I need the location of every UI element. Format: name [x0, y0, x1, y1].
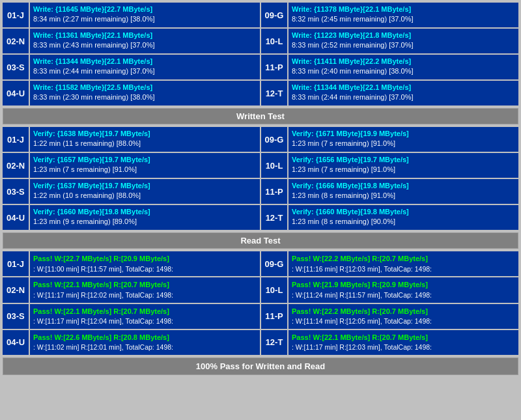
read-row: 03-S Pass! W:[22.1 MByte/s] R:[20.7 MByt…: [3, 304, 518, 329]
cell-right: Write: {11378 MByte}[22.1 MByte/s] 8:32 …: [289, 3, 518, 27]
device-label-right: 12-T: [261, 81, 287, 105]
cell-right-line1: Write: {11223 MByte}[21.8 MByte/s]: [292, 31, 515, 40]
verify-row: 02-N Verify: {1657 MByte}[19.7 MByte/s] …: [3, 153, 518, 178]
footer-bar: 100% Pass for Written and Read: [3, 357, 518, 375]
device-label-right: 11-P: [261, 55, 287, 79]
write-row: 04-U Write: {11582 MByte}[22.5 MByte/s] …: [3, 81, 518, 105]
cell-left-line2: 8:33 min (2:43 min remaining) [37.0%]: [33, 40, 257, 50]
device-label-right: 11-P: [261, 304, 287, 329]
pass-sub-right: : W:[11:16 min] R:[12:03 min], TotalCap:…: [292, 264, 515, 275]
cell-right-line2: 1:23 min (7 s remaining) [91.0%]: [292, 139, 515, 148]
pass-sub-left: : W:[11:00 min] R:[11:57 min], TotalCap:…: [33, 264, 257, 275]
device-label-right: 12-T: [261, 205, 287, 230]
pass-cell-left: Pass! W:[22.1 MByte/s] R:[20.7 MByte/s] …: [30, 304, 260, 329]
write-row: 02-N Write: {11361 MByte}[22.1 MByte/s] …: [3, 29, 518, 53]
pass-cell-left: Pass! W:[22.1 MByte/s] R:[20.7 MByte/s] …: [30, 277, 260, 302]
device-label-right: 09-G: [261, 251, 287, 276]
device-label-left: 02-N: [3, 153, 29, 178]
read-row: 01-J Pass! W:[22.7 MByte/s] R:[20.9 MByt…: [3, 251, 518, 276]
cell-left: Write: {11344 MByte}[22.1 MByte/s] 8:33 …: [30, 55, 260, 79]
device-label-left: 04-U: [3, 205, 29, 230]
write-row: 03-S Write: {11344 MByte}[22.1 MByte/s] …: [3, 55, 518, 79]
pass-sub-right: : W:[11:17 min] R:[12:03 min], TotalCap:…: [292, 343, 515, 353]
cell-left-line1: Verify: {1660 MByte}[19.8 MByte/s]: [33, 207, 257, 217]
device-label-left: 03-S: [3, 55, 29, 79]
device-label-left: 04-U: [3, 330, 29, 355]
verify-rows: 01-J Verify: {1638 MByte}[19.7 MByte/s] …: [3, 127, 518, 230]
cell-left-line1: Verify: {1657 MByte}[19.7 MByte/s]: [33, 155, 257, 165]
device-label-left: 04-U: [3, 81, 29, 105]
pass-cell-left: Pass! W:[22.7 MByte/s] R:[20.9 MByte/s] …: [30, 251, 260, 276]
device-label-right: 10-L: [261, 29, 287, 53]
cell-right-line1: Verify: {1656 MByte}[19.7 MByte/s]: [292, 155, 515, 165]
pass-sub-right: : W:[11:14 min] R:[12:05 min], TotalCap:…: [292, 316, 515, 327]
device-label-left: 02-N: [3, 277, 29, 302]
cell-left-line2: 1:22 min (10 s remaining) [88.0%]: [33, 191, 257, 201]
device-label-left: 03-S: [3, 304, 29, 329]
cell-right: Write: {11411 MByte}[22.2 MByte/s] 8:33 …: [289, 55, 518, 79]
device-label-right: 10-L: [261, 277, 287, 302]
cell-right-line2: 1:23 min (7 s remaining) [91.0%]: [292, 165, 515, 175]
verify-row: 04-U Verify: {1660 MByte}[19.8 MByte/s] …: [3, 205, 518, 230]
device-label-right: 12-T: [261, 330, 287, 355]
pass-text-left: Pass! W:[22.7 MByte/s] R:[20.9 MByte/s]: [33, 253, 257, 264]
pass-text-left: Pass! W:[22.1 MByte/s] R:[20.7 MByte/s]: [33, 279, 257, 290]
device-label-left: 03-S: [3, 179, 29, 204]
device-label-right: 10-L: [261, 153, 287, 178]
cell-left-line1: Write: {11344 MByte}[22.1 MByte/s]: [33, 57, 257, 66]
cell-left-line2: 8:34 min (2:27 min remaining) [38.0%]: [33, 14, 257, 24]
cell-left: Verify: {1637 MByte}[19.7 MByte/s] 1:22 …: [30, 179, 260, 204]
written-test-header: Written Test: [3, 108, 518, 124]
cell-right: Verify: {1656 MByte}[19.7 MByte/s] 1:23 …: [289, 153, 518, 178]
cell-left: Write: {11582 MByte}[22.5 MByte/s] 8:33 …: [30, 81, 260, 105]
device-label-right: 09-G: [261, 127, 287, 152]
cell-left-line2: 8:33 min (2:44 min remaining) [37.0%]: [33, 66, 257, 76]
cell-left-line1: Write: {11645 MByte}[22.7 MByte/s]: [33, 5, 257, 14]
cell-left: Verify: {1660 MByte}[19.8 MByte/s] 1:23 …: [30, 205, 260, 230]
pass-cell-left: Pass! W:[22.6 MByte/s] R:[20.8 MByte/s] …: [30, 330, 260, 355]
pass-text-right: Pass! W:[22.1 MByte/s] R:[20.7 MByte/s]: [292, 332, 515, 343]
cell-left: Write: {11645 MByte}[22.7 MByte/s] 8:34 …: [30, 3, 260, 27]
cell-right-line2: 1:23 min (8 s remaining) [91.0%]: [292, 191, 515, 201]
device-label-right: 09-G: [261, 3, 287, 27]
cell-left-line2: 1:23 min (9 s remaining) [89.0%]: [33, 217, 257, 227]
cell-left-line2: 1:23 min (7 s remaining) [91.0%]: [33, 165, 257, 175]
pass-text-right: Pass! W:[22.2 MByte/s] R:[20.7 MByte/s]: [292, 306, 515, 317]
read-rows: 01-J Pass! W:[22.7 MByte/s] R:[20.9 MByt…: [3, 251, 518, 355]
cell-left: Verify: {1638 MByte}[19.7 MByte/s] 1:22 …: [30, 127, 260, 152]
pass-text-left: Pass! W:[22.6 MByte/s] R:[20.8 MByte/s]: [33, 332, 257, 343]
cell-left-line1: Verify: {1637 MByte}[19.7 MByte/s]: [33, 181, 257, 191]
device-label-left: 01-J: [3, 3, 29, 27]
pass-cell-right: Pass! W:[22.2 MByte/s] R:[20.7 MByte/s] …: [289, 304, 518, 329]
cell-left-line2: 8:33 min (2:30 min remaining) [38.0%]: [33, 92, 257, 102]
cell-right-line1: Verify: {1666 MByte}[19.8 MByte/s]: [292, 181, 515, 191]
pass-sub-left: : W:[11:02 min] R:[12:01 min], TotalCap:…: [33, 343, 257, 353]
verify-test-section: 01-J Verify: {1638 MByte}[19.7 MByte/s] …: [3, 127, 518, 230]
pass-text-left: Pass! W:[22.1 MByte/s] R:[20.7 MByte/s]: [33, 306, 257, 317]
cell-right-line1: Write: {11411 MByte}[22.2 MByte/s]: [292, 57, 515, 66]
cell-right: Verify: {1666 MByte}[19.8 MByte/s] 1:23 …: [289, 179, 518, 204]
footer-text: 100% Pass for Written and Read: [196, 361, 325, 371]
cell-right-line2: 8:33 min (2:52 min remaining) [37.0%]: [292, 40, 515, 50]
verify-row: 03-S Verify: {1637 MByte}[19.7 MByte/s] …: [3, 179, 518, 204]
pass-cell-right: Pass! W:[22.2 MByte/s] R:[20.7 MByte/s] …: [289, 251, 518, 276]
cell-right-line2: 1:23 min (8 s remaining) [90.0%]: [292, 217, 515, 227]
written-test-label: Written Test: [236, 111, 285, 121]
pass-sub-left: : W:[11:17 min] R:[12:02 min], TotalCap:…: [33, 290, 257, 301]
cell-right-line2: 8:32 min (2:45 min remaining) [37.0%]: [292, 14, 515, 24]
cell-right: Write: {11344 MByte}[22.1 MByte/s] 8:33 …: [289, 81, 518, 105]
cell-right-line1: Verify: {1660 MByte}[19.8 MByte/s]: [292, 207, 515, 217]
cell-right-line2: 8:33 min (2:40 min remaining) [38.0%]: [292, 66, 515, 76]
cell-right-line2: 8:33 min (2:44 min remaining) [37.0%]: [292, 92, 515, 102]
cell-right: Write: {11223 MByte}[21.8 MByte/s] 8:33 …: [289, 29, 518, 53]
cell-right: Verify: {1671 MByte}[19.9 MByte/s] 1:23 …: [289, 127, 518, 152]
cell-left-line1: Verify: {1638 MByte}[19.7 MByte/s]: [33, 129, 257, 139]
cell-left: Write: {11361 MByte}[22.1 MByte/s] 8:33 …: [30, 29, 260, 53]
verify-row: 01-J Verify: {1638 MByte}[19.7 MByte/s] …: [3, 127, 518, 152]
main-container: 01-J Write: {11645 MByte}[22.7 MByte/s] …: [0, 0, 521, 378]
write-row: 01-J Write: {11645 MByte}[22.7 MByte/s] …: [3, 3, 518, 27]
pass-text-right: Pass! W:[22.2 MByte/s] R:[20.7 MByte/s]: [292, 253, 515, 264]
device-label-left: 02-N: [3, 29, 29, 53]
cell-right-line1: Write: {11378 MByte}[22.1 MByte/s]: [292, 5, 515, 14]
read-test-header: Read Test: [3, 232, 518, 249]
